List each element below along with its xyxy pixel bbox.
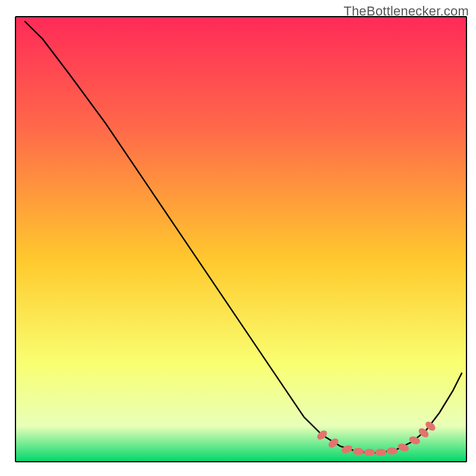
curve-marker: [364, 449, 375, 456]
plot-background: [15, 17, 466, 462]
chart-container: TheBottlenecker.com: [0, 0, 476, 476]
curve-marker: [375, 449, 386, 456]
bottleneck-curve-chart: [0, 0, 476, 476]
curve-marker: [353, 448, 364, 455]
watermark-label: TheBottlenecker.com: [344, 4, 469, 19]
curve-marker: [387, 448, 397, 455]
